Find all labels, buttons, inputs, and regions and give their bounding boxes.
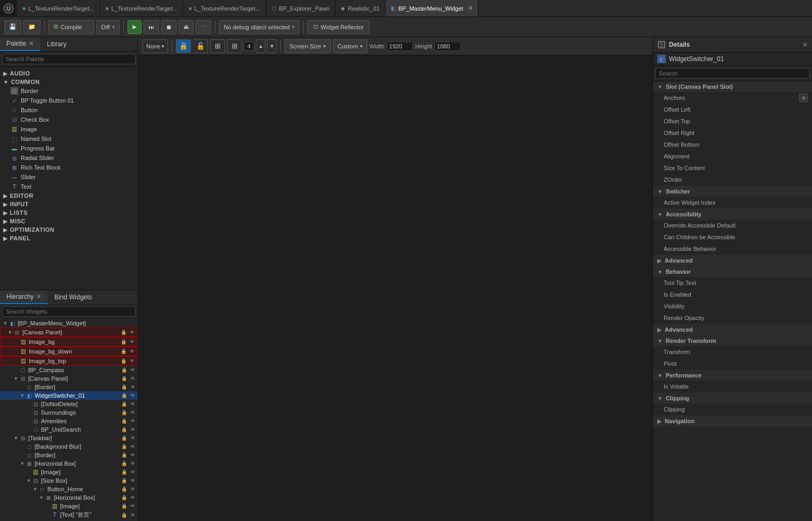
anchor-preset-icon[interactable]: ⊡: [799, 94, 808, 102]
hierarchy-item-border2[interactable]: □ [Border] 🔒 👁: [0, 451, 138, 459]
hierarchy-item-surroundings[interactable]: ⊡ Surroundings 🔒 👁: [0, 408, 138, 417]
category-audio[interactable]: ▶ AUDIO: [0, 69, 138, 78]
category-lists-header[interactable]: ▶ LISTS: [0, 208, 138, 217]
screen-size-selector[interactable]: Screen Size ▾: [284, 39, 330, 53]
hierarchy-search-input[interactable]: [2, 306, 136, 317]
category-audio-header[interactable]: ▶ AUDIO: [0, 69, 138, 78]
details-close-button[interactable]: ✕: [802, 41, 808, 48]
section-behavior-header[interactable]: ▼ Behavior: [653, 266, 812, 277]
width-input[interactable]: [387, 41, 413, 51]
step-button[interactable]: ⏭: [144, 20, 159, 34]
category-common[interactable]: ▼ COMMON □ Border ✓ BP Toggle Button 01 …: [0, 78, 138, 191]
compile-button[interactable]: ⚙ Compile ⋮: [48, 20, 94, 34]
section-clipping-header[interactable]: ▼ Clipping: [653, 393, 812, 404]
tab-texture1[interactable]: ■ L_TextureRenderTarget...: [17, 0, 100, 16]
tab-library[interactable]: Library: [40, 37, 73, 51]
hierarchy-item-image2[interactable]: 🖼 [Image] 🔒 👁: [0, 502, 138, 510]
category-panel-header[interactable]: ▶ PANEL: [0, 234, 138, 242]
category-editor-header[interactable]: ▶ EDITOR: [0, 191, 138, 200]
palette-item-checkbox[interactable]: ☑ Check Box: [0, 115, 138, 124]
hierarchy-item-image1[interactable]: 🖼 [Image] 🔒 👁: [0, 468, 138, 476]
hierarchy-item-unit-search[interactable]: ⬡ BP_UnitSearch 🔒 👁: [0, 425, 138, 434]
hierarchy-item-canvas1[interactable]: ▼ ⊟ [Canvas Panel] 🔒 👁: [0, 327, 138, 337]
custom-selector[interactable]: Custom ▾: [333, 39, 367, 53]
debug-selector[interactable]: No debug object selected ▾: [219, 20, 299, 34]
palette-item-image[interactable]: 🖼 Image: [0, 124, 138, 134]
more-button[interactable]: ⋯: [196, 20, 211, 34]
palette-close-icon[interactable]: ✕: [29, 40, 34, 47]
palette-item-text[interactable]: T Text: [0, 182, 138, 191]
widget-reflector-button[interactable]: ⊡ Widget Reflector: [307, 20, 370, 34]
tab-palette[interactable]: Palette ✕: [0, 37, 40, 51]
hierarchy-item-root[interactable]: ▼ ◧ [BP_MasterMenu_Widget]: [0, 319, 138, 327]
category-misc-header[interactable]: ▶ MISC: [0, 217, 138, 225]
palette-item-radial-slider[interactable]: ◎ Radial Slider: [0, 153, 138, 163]
save-button[interactable]: 💾: [4, 20, 21, 34]
grid-down-button[interactable]: ▼: [267, 39, 277, 53]
play-button[interactable]: ▶: [128, 20, 141, 34]
palette-item-progress-bar[interactable]: ▬ Progress Bar: [0, 144, 138, 153]
hierarchy-item-sizebox[interactable]: ▼ ⊡ [Size Box] 🔒 👁: [0, 476, 138, 485]
height-input[interactable]: [434, 41, 461, 51]
category-input[interactable]: ▶ INPUT: [0, 200, 138, 208]
palette-item-border[interactable]: □ Border: [0, 86, 138, 96]
diff-button[interactable]: Diff ▾: [96, 20, 119, 34]
hierarchy-item-compass[interactable]: ⬡ BP_Compass 🔒 👁: [0, 366, 138, 374]
palette-search-input[interactable]: [2, 54, 136, 64]
hierarchy-item-canvas2[interactable]: ▼ ⊟ [Canvas Panel] 🔒 👁: [0, 374, 138, 383]
tab-explorer-pawn[interactable]: ⬡ BP_Explorer_Pawn: [266, 0, 336, 16]
hierarchy-item-hbox[interactable]: ▼ ⊞ [Horizontal Box] 🔒 👁: [0, 459, 138, 468]
hierarchy-item-widget-switcher[interactable]: ▼ ◧ WidgetSwitcher_01 🔒 👁: [0, 391, 138, 400]
grid-button[interactable]: ⊞: [210, 39, 225, 53]
tab-texture3[interactable]: ■ L_TextureRenderTarget...: [183, 0, 266, 16]
none-button[interactable]: None ▾: [143, 39, 168, 53]
palette-item-bp-toggle[interactable]: ✓ BP Toggle Button 01: [0, 96, 138, 105]
palette-item-button[interactable]: □ Button: [0, 105, 138, 115]
hierarchy-item-amenities[interactable]: ⊡ Amenities 🔒 👁: [0, 417, 138, 425]
lock-button[interactable]: 🔒: [176, 39, 191, 53]
palette-item-named-slot[interactable]: ⬚ Named Slot: [0, 134, 138, 144]
hierarchy-item-text-home[interactable]: T [Text] "首页" 🔒 👁: [0, 510, 138, 519]
section-slot-header[interactable]: ▼ Slot (Canvas Panel Slot): [653, 81, 812, 92]
section-performance-header[interactable]: ▼ Performance: [653, 370, 812, 381]
tab-master-menu[interactable]: ◧ BP_MasterMenu_Widget ✕: [386, 0, 479, 16]
eject-button[interactable]: ⏏: [179, 20, 194, 34]
hierarchy-item-hbox2[interactable]: ▼ ⊞ [Horizontal Box] 🔒 👁: [0, 493, 138, 502]
content-browser-button[interactable]: 📁: [23, 20, 40, 34]
grid-up-button[interactable]: ▲: [256, 39, 265, 53]
category-input-header[interactable]: ▶ INPUT: [0, 200, 138, 208]
category-misc[interactable]: ▶ MISC: [0, 217, 138, 225]
category-panel[interactable]: ▶ PANEL: [0, 234, 138, 242]
tab-close-icon[interactable]: ✕: [468, 5, 473, 12]
section-accessibility-header[interactable]: ▼ Accessibility: [653, 209, 812, 220]
category-editor[interactable]: ▶ EDITOR: [0, 191, 138, 200]
hierarchy-item-img-bg-top[interactable]: 🖼 Image_bg_top 🔒 👁: [0, 356, 138, 366]
category-lists[interactable]: ▶ LISTS: [0, 208, 138, 217]
section-render-transform-header[interactable]: ▼ Render Transform: [653, 335, 812, 346]
hierarchy-item-btn-home[interactable]: ▼ □ Button_Home 🔒 👁: [0, 485, 138, 493]
hierarchy-item-donotdelete[interactable]: ⊡ [DoNotDelete] 🔒 👁: [0, 400, 138, 408]
palette-item-rich-text[interactable]: ⊞ Rich Text Block: [0, 163, 138, 172]
hierarchy-close-icon[interactable]: ✕: [36, 293, 41, 300]
tab-texture2[interactable]: ■ L_TextureRenderTarget...: [100, 0, 183, 16]
unlock-button[interactable]: 🔓: [193, 39, 208, 53]
hierarchy-item-border[interactable]: □ [Border] 🔒 👁: [0, 383, 138, 391]
stop-button[interactable]: ⏹: [161, 20, 177, 34]
section-advanced-1-header[interactable]: ▶ Advanced: [653, 255, 812, 266]
section-navigation-header[interactable]: ▶ Navigation: [653, 416, 812, 426]
tab-hierarchy[interactable]: Hierarchy ✕: [0, 290, 48, 304]
hierarchy-item-taskbar[interactable]: ▼ ⊟ [Taskbar] 🔒 👁: [0, 434, 138, 442]
tab-realistic[interactable]: ◈ Realistic_01: [336, 0, 386, 16]
grid-snap-button[interactable]: ⊞: [227, 39, 242, 53]
hierarchy-item-img-bg-down[interactable]: 🖼 Image_bg_down 🔒 👁: [0, 347, 138, 356]
anchors-value[interactable]: ⊡: [739, 94, 808, 102]
section-switcher-header[interactable]: ▼ Switcher: [653, 186, 812, 197]
category-optimization[interactable]: ▶ OPTIMIZATION: [0, 225, 138, 234]
category-common-header[interactable]: ▼ COMMON: [0, 78, 138, 86]
hierarchy-item-bg-blur[interactable]: ◌ [Background Blur] 🔒 👁: [0, 442, 138, 451]
palette-item-slider[interactable]: — Slider: [0, 172, 138, 182]
section-advanced-2-header[interactable]: ▶ Advanced: [653, 324, 812, 335]
category-optimization-header[interactable]: ▶ OPTIMIZATION: [0, 225, 138, 234]
hierarchy-item-img-bg[interactable]: 🖼 Image_bg 🔒 👁: [0, 337, 138, 347]
details-search-input[interactable]: [655, 68, 810, 79]
